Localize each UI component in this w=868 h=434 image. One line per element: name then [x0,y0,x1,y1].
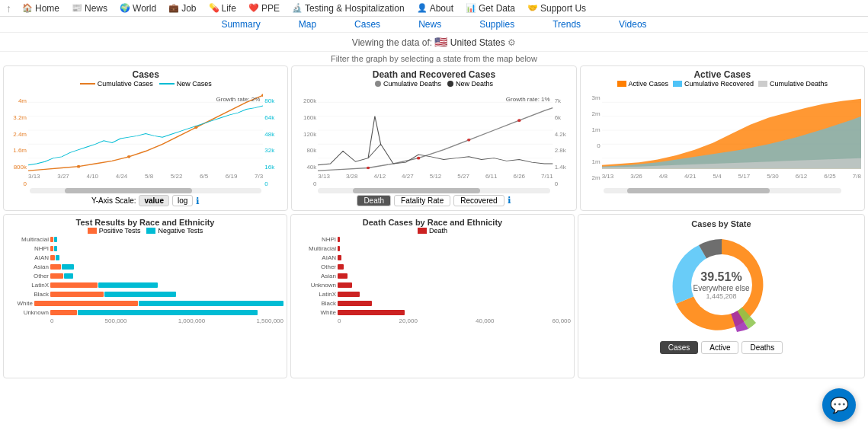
race-test-legend-positive: Positive Tests [88,227,141,235]
active-x-5-4: 5/4 [713,173,721,180]
svg-point-5 [77,165,80,168]
active-y-0: 0 [597,142,600,149]
death-yr-6k: 6k [555,114,561,121]
cases-y-label-800k: 800k [14,164,27,171]
state-tab-cases[interactable]: Cases [660,341,698,354]
death-scrollbar[interactable] [318,188,549,193]
nav-item-testing[interactable]: 🔬Testing & Hospitalization [286,2,411,15]
cases-x-4-24: 4/24 [116,173,128,180]
active-x-6-25: 6/25 [824,173,836,180]
active-y-1m: 1m [592,126,601,133]
death-tab-recovered[interactable]: Recovered [453,195,504,206]
death-white-label: White [294,309,336,316]
race-other-label: Other [7,273,49,279]
cases-x-5-22: 5/22 [171,173,183,180]
state-tab-active[interactable]: Active [701,341,738,354]
death-nhpi-label: NHPI [294,236,336,243]
subnav-cases[interactable]: Cases [354,19,380,30]
cases-legend-cumulative: Cumulative Cases [80,80,153,88]
active-y-2m: 2m [592,110,601,117]
state-title: Cases by State [691,219,751,228]
subnav-map[interactable]: Map [299,19,316,30]
scale-info-icon[interactable]: ℹ [196,196,200,206]
death-yr-4.2k: 4.2k [555,131,566,138]
scale-log-btn[interactable]: log [172,195,193,206]
subnav-videos[interactable]: Videos [619,19,646,30]
race-test-panel: Test Results by Race and Ethnicity Posit… [3,214,287,378]
death-tab-death[interactable]: Death [357,195,391,206]
race-death-legend: Death [418,227,447,235]
death-tab-fatality[interactable]: Fatality Rate [394,195,450,206]
nav-up-arrow[interactable]: ↑ [2,2,16,14]
death-x-4-12: 4/12 [374,173,386,180]
nav-item-get-data[interactable]: 📊Get Data [460,2,521,15]
race-nhpi-label: NHPI [7,245,49,252]
death-black-label: Black [294,300,336,307]
cases-chart-panel: Cases Cumulative Cases New Cases 4m 3.2m… [3,65,288,211]
svg-point-7 [194,126,197,129]
subnav-trends[interactable]: Trends [553,19,581,30]
death-other-label: Other [294,263,336,270]
death-yr-1.4k: 1.4k [555,164,566,171]
death-x-6-11: 6/11 [485,173,498,180]
chat-button[interactable]: 💬 [822,388,856,422]
y-axis-scale-label: Y-Axis Scale: [91,196,136,205]
donut-percentage: 39.51% [693,270,750,284]
nav-item-ppe[interactable]: ❤️PPE [242,2,286,15]
active-cases-panel: Active Cases Active Cases Cumulative Rec… [580,65,865,211]
race-death-x-20k: 20,000 [399,318,418,324]
cases-y-label-0: 0 [24,180,27,187]
death-x-5-12: 5/12 [430,173,442,180]
nav-item-news[interactable]: 📰News [66,2,114,15]
death-latinx-label: LatinX [294,291,336,298]
cases-x-7-3: 7/3 [255,173,263,180]
death-x-7-11: 7/11 [541,173,553,180]
nav-item-home[interactable]: 🏠Home [16,2,66,15]
race-latinx-label: LatinX [7,282,49,289]
scale-value-btn[interactable]: value [139,195,169,206]
death-asian-label: Asian [294,273,336,279]
cases-growth-label: Growth rate: 2% [216,96,261,103]
race-test-x-0: 0 [50,318,53,324]
active-x-4-21: 4/21 [684,173,697,180]
death-aian-label: AIAN [294,254,336,261]
nav-bar: ↑ 🏠Home 📰News 🌍World 💼Job 💊Life ❤️PPE 🔬T… [0,0,868,17]
cases-x-5-8: 5/8 [145,173,153,180]
active-scrollbar[interactable] [604,188,841,193]
race-death-panel: Death Cases by Race and Ethnicity Death … [290,214,575,378]
cases-yr-80k: 80k [264,97,274,104]
death-y-40k: 40k [306,164,316,171]
subnav-summary[interactable]: Summary [221,19,260,30]
svg-point-14 [367,167,370,170]
nav-item-life[interactable]: 💊Life [203,2,242,15]
state-tab-deaths[interactable]: Deaths [741,341,783,354]
cases-x-6-5: 6/5 [200,173,208,180]
death-info-icon[interactable]: ℹ [508,195,511,206]
active-x-6-12: 6/12 [796,173,808,180]
death-x-6-26: 6/26 [513,173,525,180]
death-y-120k: 120k [303,131,316,138]
cases-legend-new: New Cases [159,80,212,88]
svg-point-17 [517,119,520,122]
cases-y-label-1.6m: 1.6m [13,147,27,154]
nav-item-support[interactable]: 🤝Support Us [521,2,592,15]
race-test-title: Test Results by Race and Ethnicity [7,218,283,227]
state-panel: Cases by State 39.51% Everywhere else 1 [578,214,865,378]
chat-icon: 💬 [830,396,849,414]
race-death-x-0: 0 [338,318,341,324]
nav-item-world[interactable]: 🌍World [114,2,162,15]
nav-item-about[interactable]: 👤About [411,2,460,15]
death-multiracial-label: Multiracial [294,245,336,252]
nav-item-job[interactable]: 💼Job [162,2,202,15]
subnav-news[interactable]: News [418,19,441,30]
viewing-bar: Viewing the data of: 🇺🇸 United States ⚙ [0,33,868,52]
cases-chart-title: Cases [7,69,284,80]
race-asian-label: Asian [7,263,49,270]
cases-yr-16k: 16k [264,164,274,171]
state-tabs: Cases Active Deaths [660,341,783,354]
subnav-supplies[interactable]: Supplies [479,19,514,30]
cases-yr-32k: 32k [264,147,274,154]
race-test-x-1m: 1,000,000 [178,318,206,324]
race-unknown-label: Unknown [7,309,49,316]
cases-scrollbar[interactable] [30,188,261,193]
